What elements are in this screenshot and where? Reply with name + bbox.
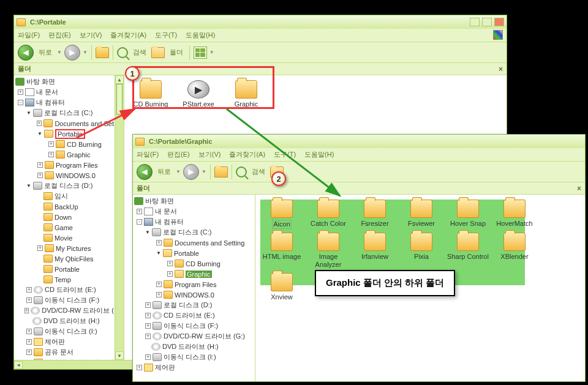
menu-edit[interactable]: 편집(E)	[167, 150, 190, 159]
menu-file[interactable]: 파일(F)	[137, 150, 159, 159]
expand-icon[interactable]: +	[48, 141, 54, 147]
tree-portable2[interactable]: Portable	[55, 266, 80, 273]
tree-programfiles[interactable]: Program Files	[56, 162, 97, 169]
item-xblender[interactable]: XBlender	[493, 233, 536, 269]
up-button[interactable]	[214, 166, 228, 178]
collapse-icon[interactable]: -	[18, 100, 23, 105]
titlebar-1[interactable]: C:\Portable	[14, 15, 507, 29]
expand-icon[interactable]: +	[48, 152, 54, 157]
menu-help[interactable]: 도움말(H)	[186, 31, 215, 40]
scroll-down-icon[interactable]: ▼	[115, 351, 124, 360]
expand-icon[interactable]: +	[145, 302, 151, 308]
close-button[interactable]	[494, 18, 504, 26]
menu-edit[interactable]: 편집(E)	[48, 31, 71, 40]
expand-icon[interactable]: +	[18, 89, 23, 95]
menu-view[interactable]: 보기(V)	[198, 150, 221, 159]
expand-icon[interactable]: +	[145, 334, 151, 339]
forward-button[interactable]: ►	[183, 164, 199, 180]
tree-desktop[interactable]: 바탕 화면	[26, 77, 55, 86]
scroll-left-icon[interactable]: ◄	[14, 361, 23, 369]
tree-portable[interactable]: Portable	[55, 129, 85, 139]
menu-tools[interactable]: 도구(T)	[155, 31, 177, 40]
tree-dvd-h[interactable]: DVD 드라이브 (H:)	[43, 316, 100, 326]
item-imageanalyzer[interactable]: Image Analyzer	[307, 233, 350, 269]
expand-icon[interactable]: +	[145, 313, 151, 318]
expand-icon[interactable]: +	[37, 245, 43, 251]
expand-icon[interactable]: +	[156, 282, 162, 287]
tree-dvd-g[interactable]: DVD/CD-RW 드라이브 (G:)	[164, 332, 245, 341]
tree-mypictures[interactable]: My Pictures	[56, 245, 91, 252]
expand-icon[interactable]: +	[37, 173, 43, 178]
tree-temp1[interactable]: 임시	[55, 192, 68, 201]
tree-removable-f[interactable]: 이동식 디스크 (F:)	[45, 296, 99, 305]
tree-mycomp[interactable]: 내 컴퓨터	[36, 98, 65, 107]
item-sharpcontrol[interactable]: Sharp Control	[447, 233, 489, 269]
expand-icon[interactable]: +	[26, 297, 32, 303]
collapse-icon[interactable]: ▼	[26, 183, 31, 189]
back-button[interactable]: ◄	[137, 164, 153, 180]
up-button[interactable]	[96, 47, 109, 58]
item-irfanview[interactable]: Irfanview	[353, 233, 396, 269]
item-graphic[interactable]: Graphic	[225, 80, 268, 108]
collapse-icon[interactable]: -	[137, 219, 142, 225]
menu-help[interactable]: 도움말(H)	[304, 150, 334, 159]
item-fsresizer[interactable]: Fsresizer	[353, 200, 396, 229]
folder-tree-2[interactable]: 바탕 화면 +내 문서 -내 컴퓨터 ▼로컬 디스크 (C:) +Documen…	[133, 195, 255, 381]
item-fsviewer[interactable]: Fsviewer	[400, 200, 443, 229]
forward-dropdown-icon[interactable]: ▼	[83, 50, 88, 55]
views-button[interactable]	[194, 47, 207, 59]
tree-mydocs[interactable]: 내 문서	[155, 207, 177, 216]
tree-cd-e[interactable]: CD 드라이브 (E:)	[164, 311, 215, 320]
collapse-icon[interactable]: ▼	[26, 110, 31, 116]
tree-dvd-g[interactable]: DVD/CD-RW 드라이브 (	[42, 306, 114, 315]
tree-graphic[interactable]: Graphic	[186, 271, 212, 278]
tree-controlpanel[interactable]: 제어판	[45, 337, 65, 346]
tree-temp[interactable]: Temp	[55, 276, 71, 283]
tree-movie[interactable]: Movie	[55, 234, 72, 242]
item-hovermatch[interactable]: HoverMatch	[493, 200, 536, 229]
tree-drive-d[interactable]: 로컬 디스크 (D:)	[164, 301, 212, 310]
item-hoversnap[interactable]: Hover Snap	[447, 200, 489, 229]
expand-icon[interactable]: +	[156, 240, 162, 245]
scrollbar-thumb[interactable]	[116, 84, 123, 114]
expand-icon[interactable]: +	[137, 365, 142, 370]
tree-windows[interactable]: WINDOWS.0	[56, 172, 96, 179]
tree-backup[interactable]: BackUp	[55, 203, 78, 211]
tree-removable-i[interactable]: 이동식 디스크 (I:)	[45, 327, 97, 336]
expand-icon[interactable]: +	[145, 354, 151, 360]
item-aicon[interactable]: Aicon	[260, 200, 303, 229]
tree-cd-e[interactable]: CD 드라이브 (E:)	[45, 285, 96, 294]
maximize-button[interactable]	[482, 18, 492, 26]
tree-qbic[interactable]: My QbicFiles	[55, 255, 94, 263]
scroll-up-icon[interactable]: ▲	[115, 75, 124, 84]
minimize-button[interactable]	[470, 18, 480, 26]
forward-button[interactable]: ►	[64, 45, 80, 61]
expand-icon[interactable]: +	[167, 271, 173, 277]
expand-icon[interactable]: +	[26, 339, 32, 345]
close-folders-pane[interactable]: ×	[577, 184, 581, 193]
tree-windows[interactable]: WINDOWS.0	[175, 291, 214, 299]
item-htmlimage[interactable]: HTML image	[260, 233, 303, 269]
search-icon[interactable]	[117, 47, 128, 58]
collapse-icon[interactable]: ▼	[156, 250, 161, 256]
search-icon[interactable]	[236, 166, 247, 178]
tree-controlpanel[interactable]: 제어판	[155, 363, 175, 372]
collapse-icon[interactable]: ▼	[37, 131, 42, 136]
tree-programfiles[interactable]: Program Files	[175, 281, 216, 288]
menu-view[interactable]: 보기(V)	[80, 31, 102, 40]
back-button[interactable]: ◄	[18, 45, 34, 61]
tree-down[interactable]: Down	[55, 214, 72, 221]
close-folders-pane[interactable]: ×	[499, 65, 503, 73]
expand-icon[interactable]: +	[145, 323, 151, 329]
tree-removable-f[interactable]: 이동식 디스크 (F:)	[164, 321, 218, 331]
item-cdburning[interactable]: CD Burning	[129, 80, 172, 108]
expand-icon[interactable]: +	[26, 329, 32, 334]
expand-icon[interactable]: +	[26, 287, 32, 293]
menu-fav[interactable]: 즐겨찾기(A)	[229, 150, 265, 159]
tree-portable[interactable]: Portable	[174, 250, 199, 257]
titlebar-2[interactable]: C:\Portable\Graphic	[133, 135, 585, 148]
collapse-icon[interactable]: ▼	[145, 230, 150, 235]
tree-mycomp[interactable]: 내 컴퓨터	[155, 217, 184, 226]
back-dropdown-icon[interactable]: ▼	[176, 169, 181, 174]
tree-drive-d[interactable]: 로컬 디스크 (D:)	[44, 181, 92, 190]
